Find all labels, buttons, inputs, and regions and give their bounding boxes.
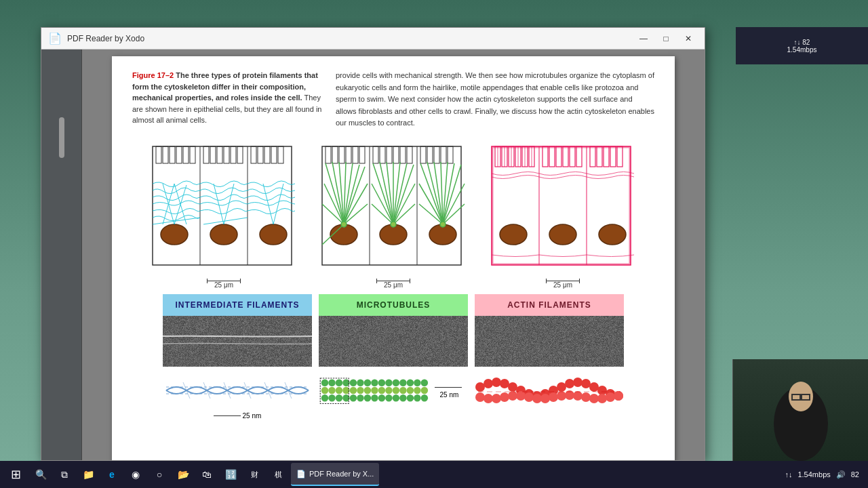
svg-point-205 xyxy=(557,391,566,401)
maximize-button[interactable]: □ xyxy=(656,31,675,46)
svg-rect-108 xyxy=(590,146,595,167)
svg-line-129 xyxy=(264,382,271,399)
svg-rect-102 xyxy=(542,146,548,167)
pdf-main-view[interactable]: Figure 17–2 The three types of protein f… xyxy=(82,49,705,460)
svg-rect-106 xyxy=(570,146,575,167)
svg-point-189 xyxy=(573,378,583,387)
scroll-indicator[interactable] xyxy=(59,117,64,158)
svg-point-198 xyxy=(500,392,509,402)
svg-rect-15 xyxy=(251,146,256,163)
microtubules-scale-label: 25 μm xyxy=(384,281,403,289)
page-top-layout: Figure 17–2 The three types of protein f… xyxy=(132,70,654,136)
svg-line-125 xyxy=(183,382,190,399)
intermediate-filaments-svg xyxy=(149,143,298,279)
svg-point-159 xyxy=(414,386,420,393)
svg-rect-109 xyxy=(597,146,602,167)
minimize-button[interactable]: — xyxy=(634,31,653,46)
svg-point-115 xyxy=(549,224,576,245)
svg-point-208 xyxy=(581,392,591,402)
intermediate-mol-scale: 25 nm xyxy=(163,412,312,420)
svg-rect-41 xyxy=(359,146,365,163)
svg-point-161 xyxy=(321,394,328,401)
svg-point-204 xyxy=(549,392,558,402)
svg-line-66 xyxy=(344,184,368,224)
tray-network-info: ↑↓ 82 1.54mbps xyxy=(787,39,817,54)
svg-point-133 xyxy=(336,379,342,386)
svg-point-116 xyxy=(599,224,626,245)
svg-rect-104 xyxy=(556,146,561,167)
tray-network-icon: ↑↓ xyxy=(785,470,792,479)
microtubules-diagram: 25 μm xyxy=(312,143,475,289)
task-view-button[interactable]: ⧉ xyxy=(54,464,75,485)
chess-app-button[interactable]: 棋 xyxy=(267,464,289,485)
finance-app-button[interactable]: 财 xyxy=(243,464,265,485)
close-button[interactable]: ✕ xyxy=(679,31,698,46)
svg-point-140 xyxy=(385,379,392,386)
system-tray: ↑↓ 1.54mbps 🔊 82 xyxy=(779,470,865,479)
svg-line-29 xyxy=(224,184,234,224)
svg-point-147 xyxy=(328,386,335,393)
svg-rect-50 xyxy=(434,146,439,163)
svg-rect-45 xyxy=(393,146,399,163)
svg-point-90 xyxy=(341,222,347,227)
svg-point-158 xyxy=(407,386,414,393)
svg-point-210 xyxy=(597,394,607,403)
window-title: PDF Reader by Xodo xyxy=(67,34,629,43)
svg-point-195 xyxy=(475,392,485,402)
cortana-button[interactable]: ○ xyxy=(149,464,170,485)
svg-point-175 xyxy=(421,394,428,401)
svg-rect-9 xyxy=(203,146,209,163)
intermediate-molecular-diagram xyxy=(163,370,312,411)
microtubule-mol-svg xyxy=(319,370,431,411)
microtubules-label: MICROTUBULES xyxy=(319,294,468,316)
chrome-button[interactable]: ◉ xyxy=(125,464,146,485)
svg-point-177 xyxy=(475,382,485,392)
svg-point-143 xyxy=(407,379,414,386)
svg-point-160 xyxy=(421,386,428,393)
window-titlebar: 📄 PDF Reader by Xodo — □ ✕ xyxy=(41,28,705,49)
svg-rect-12 xyxy=(224,146,229,163)
pdf-xodo-taskbar-button[interactable]: 📄 PDF Reader by X... xyxy=(291,463,379,486)
svg-point-162 xyxy=(328,394,335,401)
svg-rect-107 xyxy=(576,146,582,167)
intermediate-filaments-diagram: 25 μm xyxy=(142,143,305,289)
file-explorer-button[interactable]: 📁 xyxy=(77,464,99,485)
intermediate-scale-label: 25 μm xyxy=(214,281,233,289)
microscopy-images-row xyxy=(132,316,654,367)
search-button[interactable]: 🔍 xyxy=(30,464,52,485)
svg-rect-44 xyxy=(387,146,392,163)
pdf-reader-window: 📄 PDF Reader by Xodo — □ ✕ Figure 17–2 T… xyxy=(41,27,705,461)
molecular-diagrams-row: 25 nm xyxy=(132,370,654,411)
svg-point-132 xyxy=(328,379,335,386)
svg-point-135 xyxy=(350,379,357,386)
svg-rect-43 xyxy=(380,146,385,163)
svg-line-126 xyxy=(203,382,210,399)
svg-point-150 xyxy=(350,386,357,393)
pdf-sidebar xyxy=(41,49,82,460)
svg-point-152 xyxy=(364,386,371,393)
figure-caption-column: Figure 17–2 The three types of protein f… xyxy=(132,70,322,136)
svg-point-148 xyxy=(336,386,342,393)
svg-rect-13 xyxy=(231,146,236,163)
svg-point-145 xyxy=(421,379,428,386)
edge-browser-button[interactable]: e xyxy=(101,464,123,485)
svg-rect-105 xyxy=(563,146,568,167)
store-button[interactable]: 🛍 xyxy=(196,464,218,485)
svg-point-154 xyxy=(378,386,385,393)
svg-rect-5 xyxy=(170,146,175,163)
svg-point-209 xyxy=(589,394,599,403)
intermediate-microscopy-image xyxy=(163,316,312,367)
calculator-button[interactable]: 🔢 xyxy=(220,464,241,485)
svg-point-173 xyxy=(407,394,414,401)
svg-point-91 xyxy=(391,222,396,227)
explorer-button[interactable]: 📂 xyxy=(172,464,194,485)
svg-point-197 xyxy=(492,394,501,403)
start-button[interactable]: ⊞ xyxy=(3,462,28,487)
svg-line-127 xyxy=(224,382,231,399)
svg-point-153 xyxy=(371,386,378,393)
tray-sound-icon[interactable]: 🔊 xyxy=(836,470,846,479)
pdf-page: Figure 17–2 The three types of protein f… xyxy=(112,56,675,460)
svg-point-211 xyxy=(606,392,615,402)
svg-point-166 xyxy=(357,394,363,401)
tray-network-speed: 1.54mbps xyxy=(797,470,830,479)
